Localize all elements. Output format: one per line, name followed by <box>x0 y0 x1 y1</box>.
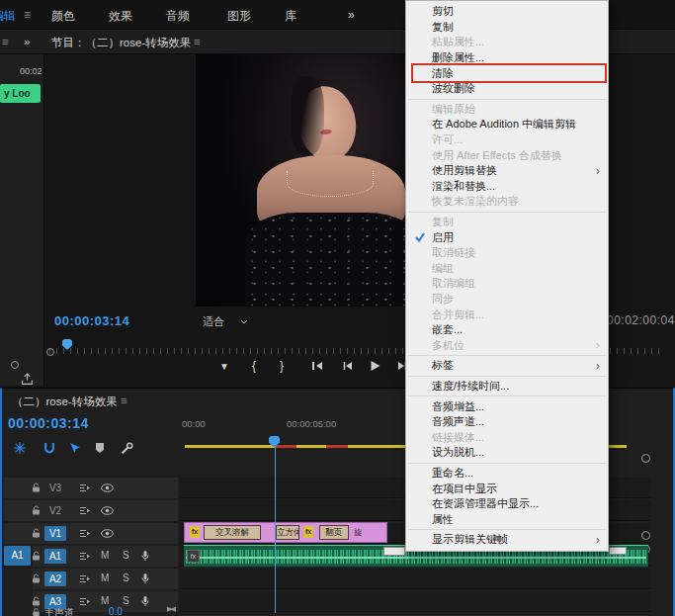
menu-item-ungroup[interactable]: 取消编组 <box>406 276 608 292</box>
left-panel-overflow-icon[interactable]: » <box>24 36 30 47</box>
eye-icon[interactable] <box>101 506 114 515</box>
menu-item-audio-gain[interactable]: 音频增益... <box>406 398 608 414</box>
track-label-a1[interactable]: A1 <box>44 549 66 564</box>
workspace-tab-libraries[interactable]: 库 <box>285 8 296 25</box>
menu-item-edit-original[interactable]: 编辑原始 <box>406 102 608 118</box>
menu-item-link-media[interactable]: 链接媒体... <box>406 429 608 445</box>
solo-button[interactable]: S <box>123 550 129 561</box>
overflow-icon[interactable]: » <box>348 8 355 22</box>
mic-icon[interactable] <box>141 572 149 584</box>
master-gain-value[interactable]: 0.0 <box>109 606 123 616</box>
lock-icon[interactable] <box>32 608 41 616</box>
keyframe-ring-icon[interactable] <box>641 531 650 540</box>
lock-icon[interactable] <box>32 528 41 539</box>
eye-icon[interactable] <box>101 529 114 538</box>
track-label-v2[interactable]: V2 <box>44 503 66 518</box>
menu-item-multi-camera[interactable]: 多机位› <box>406 337 608 353</box>
timeline-marker-icon[interactable] <box>95 442 105 454</box>
program-current-timecode[interactable]: 00:00:03:14 <box>54 313 129 328</box>
workspace-tab-edit[interactable]: 编辑 <box>0 8 20 25</box>
menu-item-enable[interactable]: 启用 <box>406 229 608 245</box>
mark-out-button[interactable]: } <box>280 359 284 373</box>
play-button[interactable] <box>370 360 380 372</box>
menu-item-license[interactable]: 许可... <box>406 132 608 148</box>
mark-in-button[interactable]: { <box>252 359 256 373</box>
menu-item-cut[interactable]: 剪切 <box>406 4 608 20</box>
menu-item-replace-with-clip[interactable]: 使用剪辑替换› <box>406 163 608 179</box>
keyframe-ring-icon[interactable] <box>641 454 650 463</box>
workspace-tab-audio[interactable]: 音频 <box>166 8 190 25</box>
source-patch-a1[interactable]: A1 <box>4 546 31 566</box>
menu-item-render-and-replace[interactable]: 渲染和替换... <box>406 179 608 195</box>
menu-item-synchronize[interactable]: 同步 <box>406 292 608 308</box>
lock-icon[interactable] <box>32 573 41 584</box>
menu-item-properties[interactable]: 属性 <box>406 511 608 527</box>
menu-item-reveal-in-explorer[interactable]: 在资源管理器中显示... <box>406 496 608 512</box>
menu-item-remove-attributes[interactable]: 删除属性... <box>406 50 608 66</box>
step-back-button[interactable] <box>342 361 353 371</box>
solo-button[interactable]: S <box>123 572 129 583</box>
lock-icon[interactable] <box>32 505 41 516</box>
menu-item-reveal-in-project[interactable]: 在项目中显示 <box>406 481 608 496</box>
track-lane-a3[interactable] <box>180 591 651 612</box>
workspace-tab-graphics[interactable]: 图形 <box>227 8 251 25</box>
menu-item-unlink[interactable]: 取消链接 <box>406 245 608 261</box>
source-patch-icon[interactable] <box>79 597 91 606</box>
menu-item-nest[interactable]: 嵌套... <box>406 322 608 338</box>
nest-toggle-icon[interactable] <box>14 442 26 454</box>
menu-item-restore-unrendered[interactable]: 恢复未渲染的内容 <box>406 194 608 210</box>
timeline-tab[interactable]: （二）rose-转场效果 <box>12 395 118 409</box>
bowtie-icon[interactable]: ▶◀ <box>167 605 174 613</box>
menu-item-copy[interactable]: 复制 <box>406 20 608 36</box>
scrub-ring-icon[interactable] <box>46 348 54 356</box>
transition-page-peel[interactable]: 翻页 <box>319 525 349 540</box>
left-panel-green-item[interactable]: y Loo <box>0 84 41 103</box>
magnet-icon[interactable] <box>43 442 55 454</box>
workspace-tab-effects[interactable]: 效果 <box>109 8 132 25</box>
track-label-v1[interactable]: V1 <box>44 526 66 541</box>
program-video[interactable] <box>196 54 427 307</box>
mic-icon[interactable] <box>141 550 149 562</box>
menu-item-group[interactable]: 编组 <box>406 261 608 277</box>
workspace-tab-color[interactable]: 颜色 <box>51 8 75 25</box>
menu-item-audio-channels[interactable]: 音频声道... <box>406 414 608 430</box>
chevron-down-icon[interactable] <box>240 319 248 324</box>
track-lane-a2[interactable] <box>180 569 651 589</box>
export-icon[interactable] <box>21 373 34 386</box>
lock-icon[interactable] <box>32 483 41 493</box>
source-patch-icon[interactable] <box>79 506 91 515</box>
left-panel-menu-icon[interactable]: ≡ <box>2 36 9 47</box>
timeline-timecode[interactable]: 00:00:03:14 <box>8 415 89 431</box>
menu-item-merge-clips[interactable]: 合并剪辑... <box>406 307 608 322</box>
add-marker-button[interactable]: ▼ <box>219 361 229 372</box>
program-monitor-tab[interactable]: 节目：（二）rose-转场效果 <box>51 36 191 50</box>
timeline-panel-menu-icon[interactable]: ≡ <box>121 395 127 406</box>
go-to-in-button[interactable] <box>311 361 323 371</box>
menu-item-show-clip-keyframes[interactable]: 显示剪辑关键帧› <box>406 532 608 548</box>
menu-item-rename[interactable]: 重命名... <box>406 466 608 482</box>
menu-item-duplicate[interactable]: 复制 <box>406 215 608 230</box>
menu-item-speed-duration[interactable]: 速度/持续时间... <box>406 379 608 395</box>
wrench-icon[interactable] <box>121 442 133 455</box>
menu-item-replace-with-ae-comp[interactable]: 使用 After Effects 合成替换 <box>406 147 608 163</box>
lock-icon[interactable] <box>32 551 41 562</box>
menu-item-label[interactable]: 标签› <box>406 358 608 374</box>
mic-icon[interactable] <box>141 595 149 607</box>
video-clip[interactable]: fx 交叉溶解 立方体 fx 翻页 旋 <box>184 522 387 543</box>
menu-item-make-offline[interactable]: 设为脱机... <box>406 445 608 461</box>
source-patch-icon[interactable] <box>79 529 91 538</box>
linked-selection-icon[interactable] <box>69 442 81 454</box>
settings-ring-icon[interactable] <box>11 361 19 369</box>
source-patch-icon[interactable] <box>79 484 91 492</box>
mute-button[interactable]: M <box>101 595 109 606</box>
mute-button[interactable]: M <box>101 550 109 561</box>
menu-item-paste-attributes[interactable]: 粘贴属性... <box>406 35 608 50</box>
menu-item-edit-in-audition[interactable]: 在 Adobe Audition 中编辑剪辑 <box>406 117 608 132</box>
fit-dropdown[interactable]: 适合 <box>203 314 224 329</box>
track-label-a2[interactable]: A2 <box>44 572 66 586</box>
solo-button[interactable]: S <box>123 595 129 606</box>
panel-menu-icon[interactable]: ≡ <box>24 8 31 22</box>
track-label-v3[interactable]: V3 <box>44 481 66 495</box>
menu-item-clear[interactable]: 清除 <box>406 65 608 81</box>
lock-icon[interactable] <box>32 596 41 607</box>
